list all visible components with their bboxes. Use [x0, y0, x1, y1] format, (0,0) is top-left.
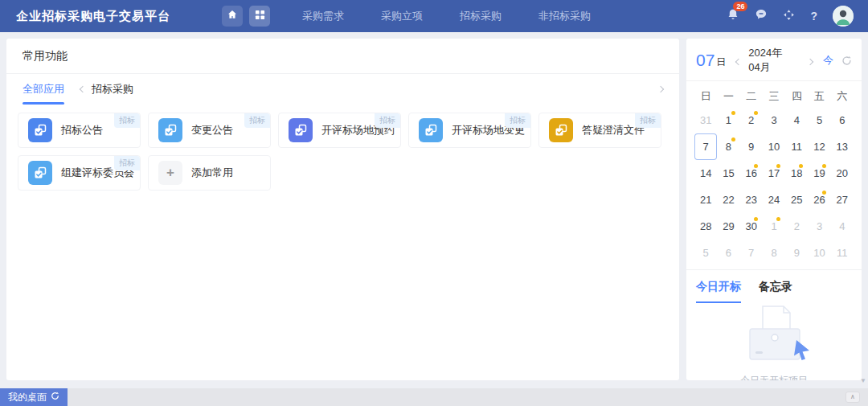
calendar-weekday-label: 五 — [808, 86, 830, 107]
breadcrumb-category-label: 招标采购 — [92, 82, 133, 96]
calendar-day[interactable]: 5 — [694, 240, 717, 266]
app-card-label: 变更公告 — [191, 123, 233, 137]
calendar-day[interactable]: 29 — [717, 213, 739, 240]
calendar-day[interactable]: 13 — [831, 133, 854, 160]
grid-icon — [255, 9, 265, 23]
calendar-day[interactable]: 18 — [785, 160, 808, 187]
calendar-day[interactable]: 8 — [763, 240, 785, 266]
calendar-today-button[interactable]: 今 — [823, 53, 833, 68]
avatar-person-icon — [833, 6, 854, 27]
app-card-tag: 招标 — [114, 113, 140, 128]
calendar-weekday-label: 一 — [717, 86, 739, 107]
desktop-refresh-icon — [51, 392, 59, 403]
calendar-day-suffix: 日 — [716, 55, 726, 69]
calendar-day[interactable]: 10 — [808, 240, 830, 266]
breadcrumb-category[interactable]: 招标采购 — [80, 82, 133, 96]
calendar-day[interactable]: 9 — [740, 133, 763, 160]
apps-grid-button[interactable] — [249, 6, 270, 27]
tab-all-apps[interactable]: 全部应用 — [23, 74, 64, 105]
calendar-day[interactable]: 19 — [808, 160, 830, 187]
calendar-day[interactable]: 3 — [763, 107, 785, 133]
calendar-day[interactable]: 11 — [831, 240, 854, 266]
calendar-day[interactable]: 5 — [808, 107, 830, 133]
content-area: 常用功能 全部应用 招标采购 招标公告招标变更公告招标开评标场地预约招标开评标场… — [0, 32, 868, 380]
calendar-day[interactable]: 30 — [740, 213, 763, 240]
calendar-day[interactable]: 1 — [763, 213, 785, 240]
my-desktop-tab[interactable]: 我的桌面 — [0, 388, 68, 406]
calendar-day[interactable]: 1 — [717, 107, 739, 133]
calendar-day[interactable]: 16 — [740, 160, 763, 187]
app-card[interactable]: 组建评标委员会招标 — [18, 155, 141, 191]
taskbar-collapse-button[interactable]: ∧ — [845, 392, 860, 403]
calendar-day[interactable]: 2 — [740, 107, 763, 133]
calendar-day[interactable]: 4 — [785, 107, 808, 133]
calendar-day[interactable]: 15 — [717, 160, 739, 187]
tab-today-bid-opening[interactable]: 今日开标 — [696, 270, 741, 303]
calendar-day[interactable]: 26 — [808, 187, 830, 213]
calendar-day[interactable]: 6 — [831, 107, 854, 133]
calendar-day[interactable]: 20 — [831, 160, 854, 187]
desktop-taskbar: 我的桌面 ∧ — [0, 388, 868, 406]
notification-badge: 26 — [733, 2, 747, 11]
add-common-app-card[interactable]: +添加常用 — [148, 155, 271, 191]
calendar-day[interactable]: 3 — [808, 213, 830, 240]
app-card-icon — [549, 118, 573, 142]
app-card[interactable]: 变更公告招标 — [148, 113, 271, 148]
message-bubble-icon — [755, 8, 768, 24]
sidebar-tabs: 今日开标 备忘录 — [686, 270, 862, 303]
app-card[interactable]: 开评标场地预约招标 — [278, 113, 401, 148]
calendar-day[interactable]: 22 — [717, 187, 739, 213]
app-card-icon — [158, 118, 182, 142]
calendar-day[interactable]: 14 — [694, 160, 717, 187]
calendar-day[interactable]: 10 — [763, 133, 785, 160]
add-card-label: 添加常用 — [191, 166, 233, 180]
calendar-prev-month-button[interactable] — [734, 51, 743, 70]
calendar-day[interactable]: 25 — [785, 187, 808, 213]
app-card[interactable]: 答疑澄清文件招标 — [538, 113, 661, 148]
calendar-refresh-icon[interactable] — [841, 55, 852, 66]
panel-title: 常用功能 — [6, 39, 679, 74]
user-avatar[interactable] — [833, 6, 854, 27]
tab-memo[interactable]: 备忘录 — [759, 270, 792, 303]
messages-button[interactable] — [755, 8, 768, 24]
app-card-label: 招标公告 — [61, 123, 103, 137]
my-desktop-label: 我的桌面 — [8, 391, 47, 404]
scrollbar-down-arrow[interactable]: ▼ — [860, 377, 866, 384]
chevron-left-icon — [80, 86, 86, 92]
notifications-button[interactable]: 26 — [727, 8, 739, 24]
calendar-day[interactable]: 17 — [763, 160, 785, 187]
calendar-month-label: 2024年04月 — [748, 46, 792, 75]
calendar-day[interactable]: 12 — [808, 133, 830, 160]
calendar-day[interactable]: 11 — [785, 133, 808, 160]
calendar-weekday-label: 四 — [785, 86, 808, 107]
calendar-day-selected[interactable]: 7 — [694, 133, 717, 160]
home-button[interactable] — [222, 6, 243, 27]
nav-menu-item[interactable]: 采购需求 — [302, 9, 344, 23]
calendar-day[interactable]: 4 — [831, 213, 854, 240]
calendar-day[interactable]: 31 — [694, 107, 717, 133]
nav-menu-item[interactable]: 采购立项 — [381, 9, 423, 23]
calendar-day[interactable]: 28 — [694, 213, 717, 240]
calendar-day[interactable]: 8 — [717, 133, 739, 160]
calendar-day[interactable]: 7 — [740, 240, 763, 266]
calendar-day[interactable]: 27 — [831, 187, 854, 213]
fullscreen-arrows-icon — [783, 9, 795, 24]
nav-menu-item[interactable]: 非招标采购 — [538, 9, 591, 23]
calendar-day[interactable]: 6 — [717, 240, 739, 266]
calendar-day[interactable]: 21 — [694, 187, 717, 213]
nav-menu: 采购需求采购立项招标采购非招标采购 — [302, 9, 591, 23]
calendar-sidebar: 07 日 2024年04月 今 日一二三四五六31123456789101112… — [686, 39, 862, 380]
app-card[interactable]: 招标公告招标 — [18, 113, 141, 148]
calendar-day[interactable]: 24 — [763, 187, 785, 213]
nav-menu-item[interactable]: 招标采购 — [460, 9, 502, 23]
fullscreen-button[interactable] — [783, 9, 795, 24]
calendar-day[interactable]: 9 — [785, 240, 808, 266]
calendar-selected-day: 07 — [696, 51, 714, 70]
calendar-day[interactable]: 2 — [785, 213, 808, 240]
top-navbar: 企业招标采购电子交易平台 采购需求采购立项招标采购非招标采购 26 — [0, 0, 868, 32]
app-card[interactable]: 开评标场地变更招标 — [408, 113, 531, 148]
tabs-scroll-right-icon[interactable] — [657, 86, 664, 92]
calendar-day[interactable]: 23 — [740, 187, 763, 213]
calendar-next-month-button[interactable] — [805, 51, 815, 70]
help-button[interactable]: ? — [810, 10, 817, 23]
